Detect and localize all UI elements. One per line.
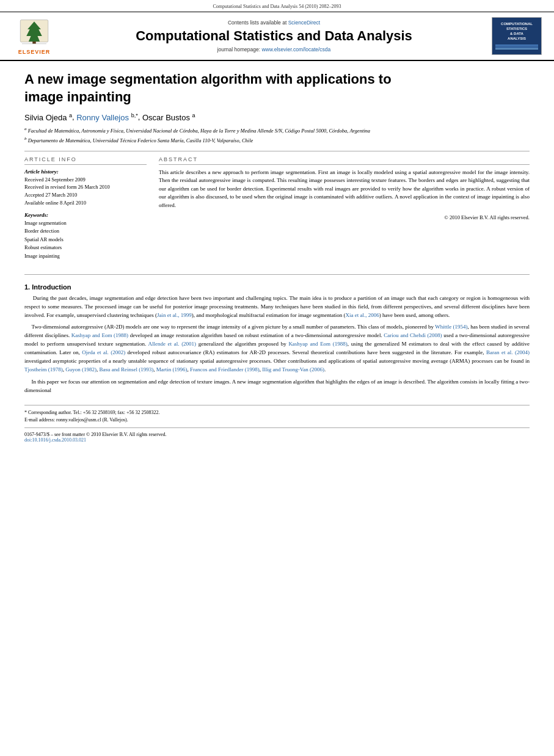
elsevier-logo: ELSEVIER — [10, 17, 59, 55]
doi-link[interactable]: doi:10.1016/j.csda.2010.03.021 — [24, 437, 86, 443]
affil-a: a Facultad de Matemática, Astronomía y F… — [24, 126, 530, 135]
svg-rect-2 — [32, 42, 35, 44]
history-online: Available online 8 April 2010 — [24, 199, 147, 207]
intro-paragraph-3: In this paper we focus our attention on … — [24, 378, 530, 395]
keywords-list: Image segmentation Border detection Spat… — [24, 219, 147, 261]
journal-main-title: Computational Statistics and Data Analys… — [65, 28, 483, 44]
abstract-column: ABSTRACT This article describes a new ap… — [159, 156, 530, 266]
license-line: 0167-9473/$ – see front matter © 2010 El… — [24, 432, 530, 437]
ref-guyon-1982[interactable]: Guyon (1982) — [65, 366, 97, 373]
keyword-5: Image inpainting — [24, 252, 147, 261]
abstract-text: This article describes a new approach to… — [159, 169, 530, 210]
ref-kashyap-eom-1988a[interactable]: Kashyap and Eom (1988) — [71, 332, 128, 338]
footnote-email: E-mail address: ronny.vallejos@usm.cl (R… — [24, 416, 530, 424]
section-name: Introduction — [32, 283, 71, 291]
history-accepted: Accepted 27 March 2010 — [24, 191, 147, 199]
history-revised: Received in revised form 26 March 2010 — [24, 183, 147, 191]
journal-homepage: journal homepage: www.elsevier.com/locat… — [65, 46, 483, 53]
author-silvia: Silvia Ojeda a — [24, 113, 72, 122]
elsevier-brand-text: ELSEVIER — [18, 49, 51, 55]
section-number: 1. — [24, 283, 32, 291]
elsevier-tree-icon — [16, 17, 53, 48]
article-history-group: Article history: Received 24 September 2… — [24, 169, 147, 207]
abstract-label: ABSTRACT — [159, 156, 530, 165]
keywords-heading: Keywords: — [24, 212, 147, 218]
keywords-group: Keywords: Image segmentation Border dete… — [24, 212, 147, 261]
article-info-label: ARTICLE INFO — [24, 156, 147, 165]
ref-tjostheim-1978[interactable]: Tjostheim (1978) — [24, 366, 63, 373]
article-title: A new image segmentation algorithm with … — [24, 71, 530, 106]
ref-whittle-1954[interactable]: Whittle (1954) — [435, 324, 467, 330]
ref-illig-2006[interactable]: Illig and Truong-Van (2006) — [262, 366, 324, 373]
journal-logo-decoration — [495, 44, 538, 50]
author-ronny: Ronny Vallejos b,* — [76, 113, 137, 122]
ref-francos-1998[interactable]: Francos and Friedlander (1998) — [190, 366, 260, 373]
ref-allende-2001[interactable]: Allende et al. (2001) — [148, 341, 197, 347]
journal-logo-right: COMPUTATIONALSTATISTICS& DATAANALYSIS — [489, 17, 544, 55]
homepage-link[interactable]: www.elsevier.com/locate/csda — [261, 46, 330, 53]
divider-2 — [24, 274, 530, 275]
top-reference-line: Computational Statistics and Data Analys… — [0, 0, 554, 12]
divider-1 — [24, 151, 530, 151]
footnotes-area: * Corresponding author. Tel.: +56 32 250… — [24, 405, 530, 443]
copyright-line: © 2010 Elsevier B.V. All rights reserved… — [159, 214, 530, 220]
journal-logo-box: COMPUTATIONALSTATISTICS& DATAANALYSIS — [492, 17, 542, 55]
ref-cariou-chehdi-2008[interactable]: Cariou and Chehdi (2008) — [384, 332, 442, 338]
history-received: Received 24 September 2009 — [24, 176, 147, 184]
journal-header: ELSEVIER Contents lists available at Sci… — [0, 12, 554, 61]
keyword-4: Robust estimators — [24, 244, 147, 252]
ref-martin-1996[interactable]: Martin (1996) — [156, 366, 188, 373]
intro-paragraph-1: During the past decades, image segmentat… — [24, 294, 530, 320]
intro-paragraph-2: Two-dimensional autoregressive (AR-2D) m… — [24, 323, 530, 374]
ref-xia-2006[interactable]: Xia et al., 2006 — [345, 312, 379, 318]
keyword-1: Image segmentation — [24, 219, 147, 228]
keyword-3: Spatial AR models — [24, 236, 147, 244]
keyword-2: Border detection — [24, 227, 147, 236]
journal-logo-title: COMPUTATIONALSTATISTICS& DATAANALYSIS — [501, 22, 533, 41]
info-abstract-columns: ARTICLE INFO Article history: Received 2… — [24, 156, 530, 266]
introduction-title: 1. Introduction — [24, 283, 530, 291]
sciencedirect-link[interactable]: ScienceDirect — [288, 20, 320, 26]
ref-basu-reinsel-1993[interactable]: Basu and Reinsel (1993) — [100, 366, 154, 373]
journal-title-center: Contents lists available at ScienceDirec… — [59, 20, 489, 53]
ref-kashyap-eom-1988b[interactable]: Kashyap and Eom (1988) — [288, 341, 347, 347]
footnote-corresponding: * Corresponding author. Tel.: +56 32 250… — [24, 409, 530, 416]
main-content: A new image segmentation algorithm with … — [0, 61, 554, 449]
page-container: Computational Statistics and Data Analys… — [0, 0, 554, 756]
author-oscar: Oscar Bustos a — [142, 113, 195, 122]
contents-line: Contents lists available at ScienceDirec… — [65, 20, 483, 26]
authors-line: Silvia Ojeda a, Ronny Vallejos b,*, Osca… — [24, 112, 530, 122]
doi-line: doi:10.1016/j.csda.2010.03.021 — [24, 437, 530, 443]
ref-baran-2004[interactable]: Baran et al. (2004) — [486, 349, 530, 355]
affiliations: a Facultad de Matemática, Astronomía y F… — [24, 126, 530, 145]
article-info-column: ARTICLE INFO Article history: Received 2… — [24, 156, 147, 266]
affil-b: b Departamento de Matemática, Universida… — [24, 136, 530, 145]
ref-jain-1999[interactable]: Jain et al., 1999 — [157, 312, 192, 318]
journal-reference-text: Computational Statistics and Data Analys… — [213, 4, 341, 9]
footnote-divider — [24, 427, 530, 428]
history-heading: Article history: — [24, 169, 147, 175]
ref-ojeda-2002[interactable]: Ojeda et al. (2002) — [82, 349, 125, 355]
